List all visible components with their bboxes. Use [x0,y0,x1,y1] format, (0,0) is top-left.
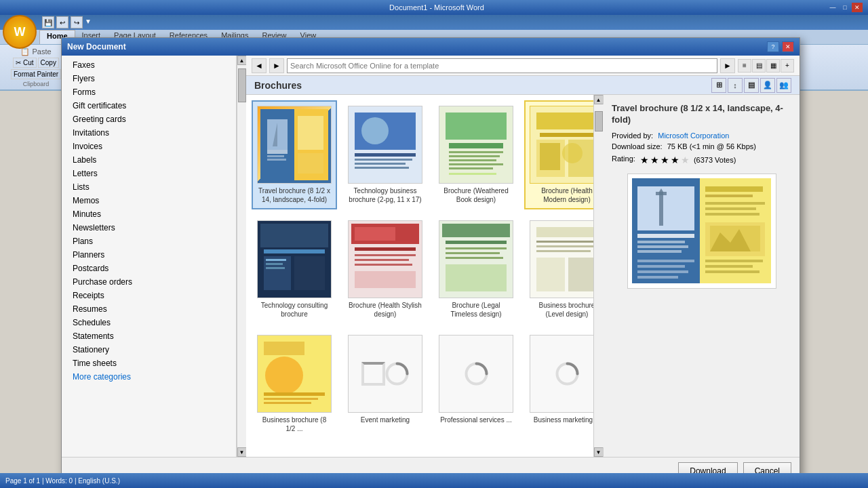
svg-rect-91 [705,265,753,268]
sidebar-item-planners[interactable]: Planners [62,248,236,262]
header-icon-2[interactable]: ↕ [728,78,743,93]
minimize-btn[interactable]: — [827,3,838,12]
template-weathered[interactable]: Brochure (Weathered Book design) [433,100,519,209]
template-health-modern[interactable]: Brochure (Health Modern design) [524,100,593,209]
sidebar-item-purchase-orders[interactable]: Purchase orders [62,275,236,289]
sidebar-item-letters[interactable]: Letters [62,167,236,180]
sidebar-scroll-up[interactable]: ▲ [237,56,247,65]
template-health-stylish[interactable]: Brochure (Health Stylish design) [342,215,428,324]
sidebar-item-lists[interactable]: Lists [62,180,236,194]
view-grid-btn[interactable]: ▦ [766,59,780,73]
grid-scroll-thumb[interactable] [595,111,603,131]
sidebar-item-stationery[interactable]: Stationery [62,343,236,357]
search-go-btn[interactable]: ► [720,58,735,73]
sidebar-item-forms[interactable]: Forms [62,85,236,99]
template-business-level[interactable]: Business brochure (Level design) [524,215,593,324]
provided-by-value[interactable]: Microsoft Corporation [658,131,729,140]
sidebar-item-invitations[interactable]: Invitations [62,126,236,140]
preview-panel: Travel brochure (8 1/2 x 14, landscape, … [603,95,800,457]
svg-rect-92 [705,270,760,273]
format-painter-btn[interactable]: Format Painter [11,69,61,79]
sidebar-item-time-sheets[interactable]: Time sheets [62,357,236,370]
search-input[interactable] [287,58,717,73]
sidebar-item-memos[interactable]: Memos [62,194,236,207]
svg-rect-78 [637,234,694,238]
sidebar-scroll-track [237,65,247,447]
dialog-close-btn[interactable]: ✕ [782,41,794,52]
template-thumb-tech-consult [257,220,332,298]
dialog-help-btn[interactable]: ? [767,41,779,52]
customize-quick-access-btn[interactable]: ▼ [85,18,94,27]
sidebar-wrap: Faxes Flyers Forms Gift certificates Gre… [62,56,246,457]
rating-label: Rating: [612,155,635,163]
template-biz-small[interactable]: Business brochure (8 1/2 ... [252,329,337,439]
preview-image [627,174,776,289]
nav-forward-btn[interactable]: ► [269,58,284,73]
svg-rect-58 [536,245,593,247]
sidebar-item-more-categories[interactable]: More categories [62,370,236,384]
paste-btn[interactable]: 📋 Paste [20,47,51,56]
sidebar-scroll-thumb[interactable] [238,68,246,102]
office-button[interactable]: W [3,15,37,49]
svg-rect-57 [536,241,593,243]
view-detail-btn[interactable]: ▤ [752,59,766,73]
template-travel-brochure[interactable]: Travel brochure (8 1/2 x 14, landscape, … [252,100,337,209]
sidebar-item-newsletters[interactable]: Newsletters [62,221,236,235]
sidebar-item-invoices[interactable]: Invoices [62,140,236,153]
grid-scroll-up[interactable]: ▲ [594,95,604,104]
preview-provided-by: Provided by: Microsoft Corporation [612,131,791,140]
header-icon-3[interactable]: ▤ [744,78,759,93]
template-tech-biz[interactable]: Technology business brochure (2-pg, 11 x… [342,100,428,209]
svg-rect-13 [355,159,412,161]
grid-scroll-track [594,104,604,447]
nav-back-btn[interactable]: ◄ [252,58,267,73]
preview-download-size: Download size: 75 KB (<1 min @ 56 Kbps) [612,142,791,150]
sidebar-item-postcards[interactable]: Postcards [62,262,236,275]
copy-btn[interactable]: Copy [38,58,59,68]
star-3: ★ [660,155,669,165]
template-tech-consult[interactable]: Technology consulting brochure [252,215,337,324]
sidebar-item-gift-certificates[interactable]: Gift certificates [62,99,236,113]
dialog-body: Faxes Flyers Forms Gift certificates Gre… [62,56,800,457]
svg-rect-34 [264,249,325,253]
sidebar-item-faxes[interactable]: Faxes [62,58,236,72]
svg-rect-53 [446,257,503,259]
template-event-marketing[interactable]: Event marketing [342,329,428,439]
status-bar: Page 1 of 1 | Words: 0 | English (U.S.) [0,473,868,488]
template-legal[interactable]: Brochure (Legal Timeless design) [433,215,519,324]
cut-btn[interactable]: ✂ Cut [13,58,36,68]
header-icon-4[interactable]: 👤 [760,78,775,93]
redo-quick-btn[interactable]: ↪ [71,16,83,28]
sidebar-item-schedules[interactable]: Schedules [62,316,236,329]
sidebar-item-labels[interactable]: Labels [62,153,236,167]
svg-rect-30 [540,143,560,170]
sidebar-item-greeting-cards[interactable]: Greeting cards [62,113,236,126]
sidebar-item-statements[interactable]: Statements [62,329,236,343]
view-list-btn[interactable]: ≡ [738,59,751,73]
undo-quick-btn[interactable]: ↩ [56,16,68,28]
template-thumb-travel [257,106,332,184]
grid-scroll-down[interactable]: ▼ [594,447,604,457]
sidebar-item-flyers[interactable]: Flyers [62,72,236,85]
title-controls: — □ ✕ [827,3,863,12]
save-quick-btn[interactable]: 💾 [42,16,54,28]
template-label-biz-small: Business brochure (8 1/2 ... [257,415,332,433]
header-icon-1[interactable]: ⊞ [711,78,726,93]
template-thumb-tech-biz [348,106,422,184]
sidebar-item-receipts[interactable]: Receipts [62,289,236,302]
star-2: ★ [650,155,659,165]
close-btn[interactable]: ✕ [852,3,863,12]
sidebar-item-minutes[interactable]: Minutes [62,207,236,221]
zoom-in-btn[interactable]: + [781,59,794,73]
sidebar-item-plans[interactable]: Plans [62,235,236,248]
sidebar-scroll-down[interactable]: ▼ [237,447,247,457]
restore-btn[interactable]: □ [840,3,850,12]
search-toolbar: ◄ ► ► ≡ ▤ ▦ + [246,56,800,76]
template-label-event-marketing: Event marketing [361,415,410,424]
template-business-marketing[interactable]: Business marketing ... [524,329,593,439]
svg-rect-37 [266,259,286,261]
svg-rect-86 [705,213,760,216]
template-professional-services[interactable]: Professional services ... [433,329,519,439]
header-icon-5[interactable]: 👥 [776,78,791,93]
sidebar-item-resumes[interactable]: Resumes [62,302,236,316]
